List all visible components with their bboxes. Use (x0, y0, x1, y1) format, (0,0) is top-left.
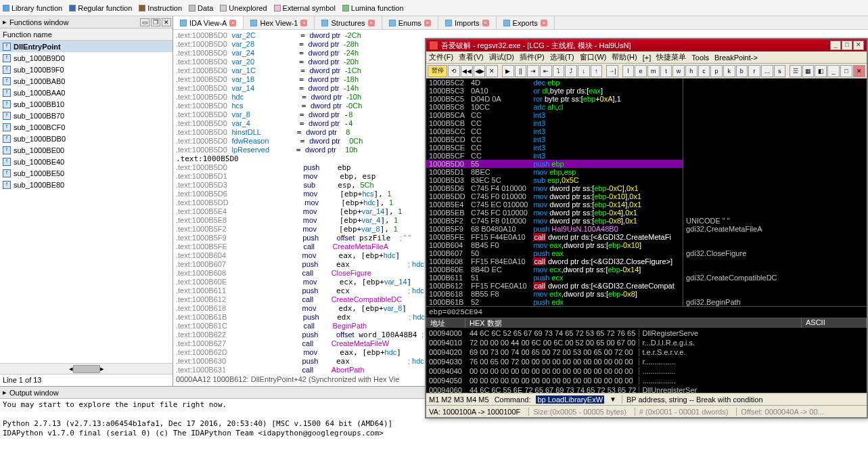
mdi-button[interactable]: □ (840, 65, 852, 77)
minimize-button[interactable]: _ (830, 41, 841, 50)
restore-button[interactable]: ❐ (151, 18, 160, 26)
ida-tab[interactable]: Structures× (315, 16, 382, 29)
olly-disasm-row[interactable]: 1000B5DDC745 F0 010000mov dword ptr ss:[… (426, 192, 683, 200)
functions-list[interactable]: fDllEntryPointfsub_1000B9D0fsub_1000B9F0… (0, 41, 173, 363)
tab-close-icon[interactable]: × (541, 20, 547, 26)
ida-tab[interactable]: Enums× (382, 16, 438, 29)
mdi-button[interactable]: ✕ (853, 65, 865, 77)
toolbar-letter-button[interactable]: s (774, 65, 786, 77)
menu-item[interactable]: 查看(V) (459, 52, 484, 62)
menu-item[interactable]: 选项(T) (550, 52, 574, 62)
function-row[interactable]: fsub_1000BE00 (0, 144, 173, 156)
tab-close-icon[interactable]: × (300, 20, 307, 26)
olly-disasm-row[interactable]: 1000B5C5D04D 0Aror byte ptr ss:[ebp+0xA]… (426, 95, 683, 103)
toolbar-button[interactable]: ⤵ (553, 65, 565, 77)
ollydbg-window[interactable]: 吾爱破解 - regsvr32.exe - [LCG - 主线程, 模块 - H… (425, 38, 868, 419)
olly-disasm-row[interactable]: 1000B5CDCCint3 (426, 135, 683, 144)
olly-disasm-row[interactable]: 1000B5EBC745 FC 010000mov dword ptr ss:[… (426, 209, 683, 217)
toolbar-button[interactable]: ☰ (790, 65, 802, 77)
tab-close-icon[interactable]: × (229, 20, 236, 26)
toolbar-button[interactable]: ⤴ (565, 65, 577, 77)
function-row[interactable]: fsub_1000B9D0 (0, 52, 173, 64)
dump-row[interactable]: 0009402069 00 73 00 74 00 65 00 72 00 53… (428, 348, 704, 356)
toolbar-letter-button[interactable]: h (685, 65, 698, 77)
olly-disasm-row[interactable]: 1000B5E4C745 EC 010000mov dword ptr ss:[… (426, 200, 683, 209)
menu-item[interactable]: 帮助(H) (612, 52, 637, 62)
menu-item[interactable]: 窗口(W) (580, 52, 607, 62)
olly-disasm-row[interactable]: 1000B6188B55 F8mov edx,dword ptr ss:[ebp… (426, 290, 683, 298)
toolbar-button[interactable]: ▶ (502, 65, 514, 77)
olly-disasm-row[interactable]: 1000B5CECCint3 (426, 144, 683, 152)
toolbar-button[interactable]: ◧ (815, 65, 827, 77)
disclosure-icon[interactable]: ▸ (3, 18, 7, 26)
toolbar-letter-button[interactable]: ... (761, 65, 773, 77)
toolbar-button[interactable]: ⟲ (448, 65, 460, 77)
olly-disasm-row[interactable]: 1000B5D6C745 F4 010000mov dword ptr ss:[… (426, 184, 683, 192)
olly-disasm-row[interactable]: 1000B5C30A10or dl,byte ptr ds:[eax] (426, 87, 683, 95)
menu-item[interactable]: 文件(F) (429, 52, 453, 62)
ida-tab[interactable]: Imports× (438, 16, 497, 29)
olly-disasm-row[interactable]: 1000B5D18BECmov ebp,esp (426, 168, 683, 176)
toolbar-button[interactable]: ⇤ (540, 65, 552, 77)
olly-disassembly[interactable]: 1000B5C24Ddec ebp1000B5C30A10or dl,byte … (426, 79, 683, 306)
olly-disasm-row[interactable]: 1000B5CFCCint3 (426, 152, 683, 160)
functions-column-header[interactable]: Function name (0, 28, 173, 41)
menu-item[interactable]: 快捷菜单 (656, 52, 686, 62)
olly-hex-dump[interactable]: 0009400044 6C 6C 52 65 67 69 73 74 65 72… (426, 328, 867, 395)
functions-scrollbar[interactable]: ◂▸ (0, 363, 173, 374)
olly-comment-pane[interactable]: UNICODE " " gdi32.CreateMetaFileA gdi32.… (683, 79, 867, 306)
olly-disasm-row[interactable]: 1000B5D383EC 5Csub esp,0x5C (426, 176, 683, 184)
toolbar-button[interactable]: ⇥ (527, 65, 539, 77)
function-row[interactable]: fsub_1000BB70 (0, 110, 173, 121)
toolbar-letter-button[interactable]: b (736, 65, 748, 77)
function-row[interactable]: fsub_1000BDB0 (0, 133, 173, 144)
function-row[interactable]: fDllEntryPoint (0, 41, 173, 52)
toolbar-button[interactable]: ↓ (578, 65, 590, 77)
dump-row[interactable]: 0009405000 00 00 00 00 00 00 00 00 00 00… (428, 377, 704, 385)
pause-button[interactable]: 暂停 (428, 65, 447, 77)
maximize-button[interactable]: □ (842, 41, 852, 50)
toolbar-letter-button[interactable]: r (748, 65, 760, 77)
tab-close-icon[interactable]: × (482, 20, 489, 26)
ida-tab[interactable]: Hex View-1× (244, 16, 315, 29)
olly-disasm-row[interactable]: 1000B6048B45 F0mov eax,dword ptr ss:[ebp… (426, 241, 683, 249)
function-row[interactable]: fsub_1000BE50 (0, 167, 173, 179)
menu-item[interactable]: 调试(D) (489, 52, 514, 62)
toolbar-letter-button[interactable]: t (660, 65, 672, 77)
dump-row[interactable]: 0009404000 00 00 00 00 00 00 00 00 00 00… (428, 367, 704, 375)
olly-disasm-row[interactable]: 1000B60E8B4D ECmov ecx,dword ptr ss:[ebp… (426, 265, 683, 274)
dump-row[interactable]: 0009401072 00 00 00 44 00 6C 00 6C 00 52… (428, 339, 704, 347)
toolbar-letter-button[interactable]: m (647, 65, 660, 77)
menu-item[interactable]: 插件(P) (520, 52, 545, 62)
ida-tab[interactable]: Exports× (497, 16, 555, 29)
olly-disasm-row[interactable]: 1000B5FEFF15 F44E0A10call dword ptr ds:[… (426, 233, 683, 241)
toolbar-letter-button[interactable]: l (622, 65, 635, 77)
olly-disasm-row[interactable]: 1000B5CACCint3 (426, 111, 683, 119)
olly-disasm-row[interactable]: 1000B612FF15 FC4E0A10call dword ptr ds:[… (426, 282, 683, 290)
olly-disasm-row[interactable]: 1000B60750push eax (426, 249, 683, 257)
dump-row[interactable]: 0009403076 00 65 00 72 00 00 00 00 00 00… (428, 358, 704, 366)
olly-marks[interactable]: M1 M2 M3 M4 M5 (429, 395, 489, 404)
close-button[interactable]: ✕ (853, 41, 864, 50)
olly-disasm-row[interactable]: 1000B5F968 B0480A10push Hal9UsN.100A48B0 (426, 225, 683, 233)
toolbar-button[interactable]: ◀◀ (461, 65, 473, 77)
toolbar-button[interactable]: ✕ (486, 65, 498, 77)
olly-menubar[interactable]: 文件(F)查看(V)调试(D)插件(P)选项(T)窗口(W)帮助(H)[+]快捷… (426, 51, 867, 64)
function-row[interactable]: fsub_1000B9F0 (0, 64, 173, 75)
function-row[interactable]: fsub_1000BAA0 (0, 87, 173, 98)
function-row[interactable]: fsub_1000BB10 (0, 98, 173, 110)
toolbar-letter-button[interactable]: k (723, 65, 735, 77)
ida-tab[interactable]: IDA View-A× (173, 16, 244, 29)
toolbar-button[interactable]: →| (606, 65, 618, 77)
olly-disasm-row[interactable]: 1000B5C810CCadc ah,cl (426, 103, 683, 111)
disclosure-icon[interactable]: ▸ (3, 388, 7, 397)
function-row[interactable]: fsub_1000BCF0 (0, 121, 173, 133)
menu-item[interactable]: BreakPoint-> (714, 54, 758, 62)
olly-disasm-row[interactable]: 1000B61151push ecx (426, 274, 683, 282)
dump-row[interactable]: 0009400044 6C 6C 52 65 67 69 73 74 65 72… (428, 329, 704, 337)
toolbar-letter-button[interactable]: c (698, 65, 710, 77)
toolbar-letter-button[interactable]: e (635, 65, 647, 77)
toolbar-button[interactable]: || (515, 65, 527, 77)
olly-disasm-row[interactable]: 1000B608FF15 F84E0A10call dword ptr ds:[… (426, 257, 683, 265)
toolbar-letter-button[interactable]: w (672, 65, 685, 77)
